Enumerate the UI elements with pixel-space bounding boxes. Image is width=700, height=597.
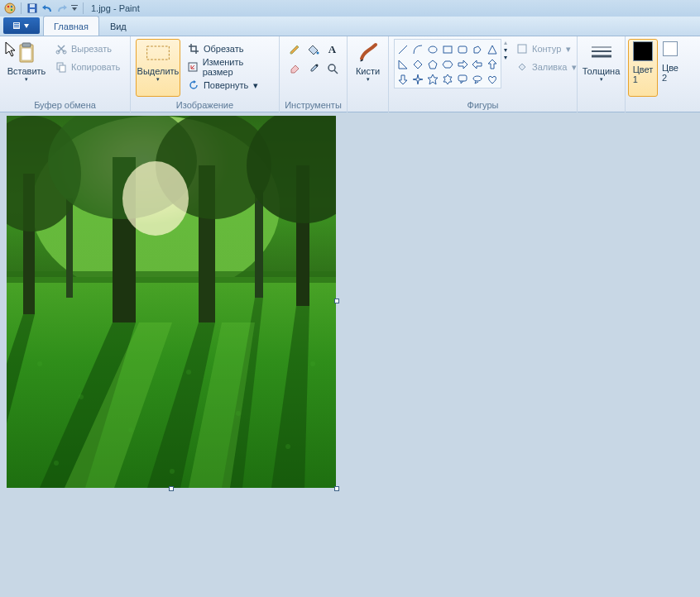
tab-home-label: Главная [54, 21, 89, 31]
brush-icon [355, 41, 381, 64]
svg-point-3 [11, 9, 12, 11]
shape-diamond-icon[interactable] [410, 57, 425, 72]
shape-curve-icon[interactable] [410, 42, 425, 57]
pencil-tool-icon[interactable] [285, 41, 304, 59]
dropdown-arrow-icon: ▾ [253, 80, 258, 91]
rotate-icon [187, 79, 200, 92]
title-bar: 1.jpg - Paint [0, 0, 700, 17]
dropdown-arrow-icon: ▾ [600, 76, 603, 83]
svg-point-62 [170, 469, 175, 474]
eraser-tool-icon[interactable] [285, 60, 304, 78]
cut-button[interactable]: Вырезать [51, 41, 123, 57]
resize-button[interactable]: Изменить размер [184, 59, 274, 75]
brushes-button[interactable]: Кисти ▾ [352, 39, 383, 97]
shape-line-icon[interactable] [396, 42, 410, 57]
group-thickness-label [578, 100, 625, 112]
chevron-up-icon[interactable]: ▴ [504, 39, 507, 46]
shape-arrow-down-icon[interactable] [396, 72, 410, 87]
shape-callout-cloud-icon[interactable] [470, 72, 485, 87]
resize-handle-right[interactable] [334, 298, 339, 303]
shape-right-triangle-icon[interactable] [396, 57, 410, 72]
resize-icon [187, 60, 199, 74]
shapes-gallery[interactable] [394, 39, 501, 88]
save-icon[interactable] [26, 2, 39, 15]
outline-label: Контур [532, 44, 561, 54]
svg-point-23 [328, 64, 335, 71]
shape-arrow-up-icon[interactable] [485, 57, 500, 72]
shape-heart-icon[interactable] [485, 72, 500, 87]
svg-point-58 [186, 370, 191, 375]
qat-customize-icon[interactable] [70, 2, 79, 15]
thickness-button[interactable]: Толщина ▾ [582, 39, 621, 97]
thickness-label: Толщина [583, 66, 621, 76]
shape-star6-icon[interactable] [440, 72, 455, 87]
resize-handle-corner[interactable] [334, 486, 339, 491]
color1-button[interactable]: Цвет 1 [628, 39, 658, 97]
dropdown-arrow-icon: ▾ [566, 44, 571, 55]
canvas-area[interactable] [0, 112, 700, 597]
svg-rect-14 [22, 48, 31, 60]
resize-handle-bottom[interactable] [169, 486, 174, 491]
shape-oval-icon[interactable] [425, 42, 440, 57]
select-label: Выделить [137, 66, 180, 76]
shape-roundrect-icon[interactable] [455, 42, 470, 57]
ribbon: Вставить ▾ Вырезать Копировать Буфер обм… [0, 36, 700, 112]
color1-swatch-icon [633, 41, 653, 61]
canvas-image[interactable] [7, 116, 336, 488]
group-tools: A Инструменты [280, 36, 348, 112]
clipboard-icon [13, 41, 40, 64]
shape-triangle-icon[interactable] [485, 42, 500, 57]
tab-view-label: Вид [110, 21, 127, 31]
rotate-button[interactable]: Повернуть ▾ [184, 77, 274, 93]
group-shapes: ▴ ▾ ▾ Контур▾ Заливка▾ Фигуры [389, 36, 578, 112]
thickness-icon [588, 41, 615, 64]
tab-home[interactable]: Главная [43, 16, 99, 36]
paste-button[interactable]: Вставить ▾ [5, 39, 48, 97]
shape-star5-icon[interactable] [425, 72, 440, 87]
svg-rect-40 [255, 190, 263, 298]
svg-rect-18 [60, 65, 65, 72]
fill-button[interactable]: Заливка▾ [512, 59, 580, 75]
group-colors: Цвет 1 Цве 2 [626, 36, 700, 112]
shape-hexagon-icon[interactable] [440, 57, 455, 72]
color2-button[interactable]: Цве 2 [658, 39, 683, 97]
tab-view[interactable]: Вид [99, 16, 137, 36]
shape-callout-round-icon[interactable] [455, 72, 470, 87]
group-shapes-label: Фигуры [389, 100, 577, 112]
color-picker-tool-icon[interactable] [304, 60, 323, 78]
selection-icon [145, 41, 171, 64]
shape-arrow-left-icon[interactable] [470, 57, 485, 72]
shape-star4-icon[interactable] [410, 72, 425, 87]
undo-icon[interactable] [41, 2, 54, 15]
shape-arrow-right-icon[interactable] [455, 57, 470, 72]
chevron-more-icon[interactable]: ▾ [504, 54, 507, 61]
svg-rect-9 [14, 23, 19, 24]
shape-rect-icon[interactable] [440, 42, 455, 57]
group-tools-label: Инструменты [280, 100, 347, 112]
crop-button[interactable]: Обрезать [184, 41, 274, 57]
shape-pentagon-icon[interactable] [425, 57, 440, 72]
shapes-gallery-scroll[interactable]: ▴ ▾ ▾ [504, 39, 507, 61]
copy-icon [55, 60, 68, 74]
svg-point-47 [122, 161, 189, 236]
shape-polygon-icon[interactable] [470, 42, 485, 57]
magnifier-tool-icon[interactable] [324, 60, 342, 78]
fill-tool-icon[interactable] [304, 41, 323, 59]
rotate-label: Повернуть [204, 80, 248, 90]
file-menu-button[interactable] [3, 17, 40, 34]
chevron-down-icon[interactable]: ▾ [504, 46, 507, 54]
outline-button[interactable]: Контур▾ [512, 41, 580, 57]
group-brushes: Кисти ▾ [348, 36, 389, 112]
window-title: 1.jpg - Paint [91, 3, 140, 13]
color2-label: Цве 2 [662, 63, 678, 83]
svg-point-60 [285, 444, 290, 449]
svg-point-21 [316, 52, 319, 55]
copy-button[interactable]: Копировать [51, 59, 123, 75]
copy-label: Копировать [71, 62, 120, 72]
redo-icon [55, 2, 69, 15]
resize-label: Изменить размер [203, 57, 271, 77]
select-button[interactable]: Выделить ▾ [136, 39, 180, 97]
svg-point-22 [315, 64, 318, 67]
svg-point-1 [7, 6, 9, 7]
text-tool-icon[interactable]: A [324, 41, 342, 59]
